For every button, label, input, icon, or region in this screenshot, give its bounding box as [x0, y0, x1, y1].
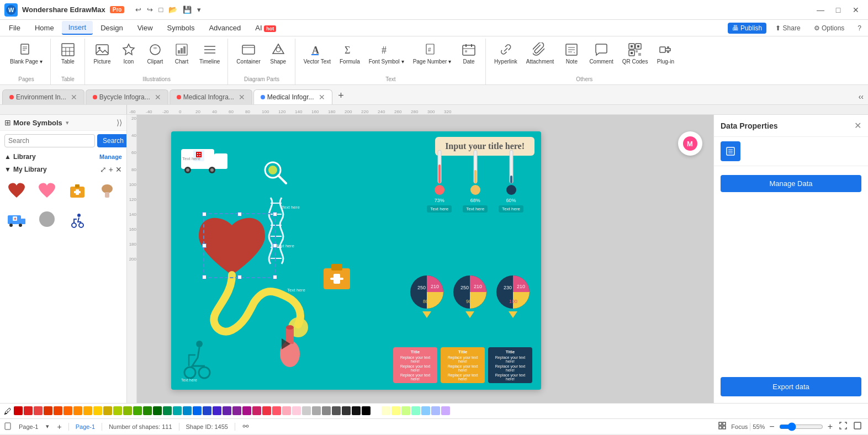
color-swatch[interactable] [302, 406, 311, 415]
color-swatch[interactable] [223, 406, 231, 415]
color-swatch[interactable] [73, 406, 82, 415]
color-swatch[interactable] [391, 406, 400, 415]
undo-btn[interactable]: ↩ [133, 4, 144, 15]
table-btn[interactable]: Table [56, 40, 80, 67]
color-swatch[interactable] [352, 406, 361, 415]
symbol-wheelchair[interactable] [65, 207, 89, 231]
tab-1-close[interactable]: ✕ [71, 93, 77, 101]
add-page-btn[interactable]: + [57, 422, 61, 431]
zoom-slider[interactable] [779, 422, 823, 431]
tab-4[interactable]: Medical Infogr... ✕ [253, 89, 332, 104]
tab-2[interactable]: Bycycle Infogra... ✕ [86, 89, 168, 104]
color-swatch[interactable] [93, 406, 102, 415]
publish-btn[interactable]: 🖶 Publish [728, 23, 767, 34]
menu-file[interactable]: File [2, 22, 27, 34]
color-swatch[interactable] [262, 406, 271, 415]
zoom-out-btn[interactable]: − [767, 422, 776, 432]
font-symbol-btn[interactable]: # Font Symbol ▾ [366, 40, 407, 67]
tab-3[interactable]: Medical Infogra... ✕ [170, 89, 252, 104]
color-swatch[interactable] [431, 406, 440, 415]
symbol-gray-circle[interactable] [35, 207, 59, 231]
date-btn[interactable]: Date [457, 40, 481, 67]
menu-symbols[interactable]: Symbols [161, 22, 202, 34]
color-swatch[interactable] [372, 406, 380, 415]
therm-btn-1[interactable]: Text here [427, 205, 452, 213]
container-btn[interactable]: Container [233, 40, 263, 67]
share-btn[interactable]: ⬆ Share [771, 23, 805, 34]
color-swatch[interactable] [123, 406, 132, 415]
close-right-panel-btn[interactable]: ✕ [854, 120, 861, 131]
color-swatch[interactable] [232, 406, 241, 415]
export-data-btn[interactable]: Export data [721, 377, 861, 396]
menu-view[interactable]: View [131, 22, 160, 34]
color-swatch[interactable] [312, 406, 321, 415]
color-swatch[interactable] [213, 406, 221, 415]
color-swatch[interactable] [252, 406, 261, 415]
color-swatch[interactable] [421, 406, 430, 415]
color-swatch[interactable] [153, 406, 162, 415]
qr-codes-btn[interactable]: QR Codes [619, 40, 652, 67]
focus-btn[interactable] [716, 421, 729, 432]
new-btn[interactable]: □ [156, 4, 165, 15]
search-input[interactable] [4, 134, 95, 147]
formula-btn[interactable]: Σ Formula [336, 40, 363, 67]
color-swatch[interactable] [332, 406, 341, 415]
color-swatch[interactable] [272, 406, 281, 415]
hyperlink-btn[interactable]: Hyperlink [491, 40, 521, 67]
menu-ai[interactable]: AI hot [248, 22, 283, 34]
maximize-btn[interactable]: □ [830, 4, 846, 15]
note-btn[interactable]: Note [559, 40, 584, 67]
open-btn[interactable]: 📂 [166, 4, 179, 15]
minimize-btn[interactable]: — [813, 4, 828, 15]
icon-btn[interactable]: Icon [117, 40, 141, 67]
collapse-panel-btn[interactable]: ⟩⟩ [117, 118, 122, 127]
tab-1[interactable]: Environment In... ✕ [2, 89, 84, 104]
color-swatch[interactable] [242, 406, 251, 415]
color-swatch[interactable] [63, 406, 72, 415]
tab-nav-prev[interactable]: ‹‹ [856, 91, 866, 102]
symbol-ambulance[interactable]: + [4, 207, 29, 231]
color-swatch[interactable] [14, 406, 23, 415]
picture-btn[interactable]: Picture [90, 40, 114, 67]
color-swatch[interactable] [163, 406, 172, 415]
color-swatch[interactable] [173, 406, 182, 415]
symbol-heart-organ[interactable] [4, 179, 29, 204]
help-btn[interactable]: ? [853, 23, 866, 34]
data-list-view-btn[interactable] [721, 141, 740, 161]
color-swatch[interactable] [83, 406, 92, 415]
fullscreen-btn[interactable] [851, 422, 864, 432]
add-symbol-btn[interactable]: + [109, 165, 113, 174]
manage-data-btn[interactable]: Manage Data [721, 175, 861, 192]
color-swatch[interactable] [103, 406, 112, 415]
color-swatch[interactable] [362, 406, 371, 415]
color-swatch[interactable] [34, 406, 43, 415]
symbol-heart-pink[interactable] [35, 179, 59, 204]
search-btn[interactable]: Search [97, 134, 127, 147]
manage-link[interactable]: Manage [99, 153, 122, 160]
color-swatch[interactable] [44, 406, 52, 415]
color-swatch[interactable] [193, 406, 202, 415]
tab-3-close[interactable]: ✕ [239, 93, 245, 101]
color-swatch[interactable] [54, 406, 62, 415]
color-swatch[interactable] [203, 406, 211, 415]
attachment-btn[interactable]: Attachment [523, 40, 558, 67]
expand-btn[interactable]: ⤢ [100, 165, 107, 174]
color-swatch[interactable] [183, 406, 192, 415]
therm-btn-2[interactable]: Text here [463, 205, 488, 213]
color-swatch[interactable] [113, 406, 122, 415]
timeline-btn[interactable]: Timeline [196, 40, 223, 67]
add-tab-btn[interactable]: + [334, 88, 349, 103]
blank-page-btn[interactable]: Blank Page ▾ [7, 40, 46, 67]
plugin-btn[interactable]: Plug-in [653, 40, 678, 67]
remove-symbol-btn[interactable]: ✕ [115, 165, 122, 174]
color-swatch[interactable] [322, 406, 331, 415]
menu-home[interactable]: Home [28, 22, 61, 34]
comment-btn[interactable]: Comment [586, 40, 616, 67]
menu-advanced[interactable]: Advanced [202, 22, 247, 34]
color-swatch[interactable] [24, 406, 33, 415]
color-swatch[interactable] [382, 406, 390, 415]
color-swatch[interactable] [292, 406, 301, 415]
zoom-in-btn[interactable]: + [825, 422, 835, 432]
color-swatch[interactable] [282, 406, 291, 415]
therm-btn-3[interactable]: Text here [499, 205, 523, 213]
